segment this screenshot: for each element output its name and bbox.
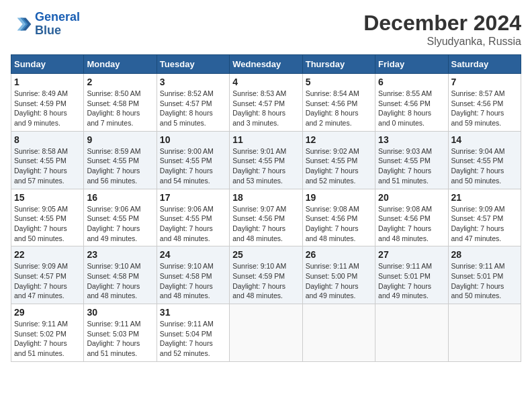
day-number: 16: [87, 192, 153, 203]
day-number: 6: [378, 77, 445, 87]
day-info: Sunrise: 9:09 AM Sunset: 4:57 PM Dayligh…: [451, 204, 518, 244]
calendar-day-cell: 19Sunrise: 9:08 AM Sunset: 4:56 PM Dayli…: [302, 189, 375, 246]
calendar-day-cell: 29Sunrise: 9:11 AM Sunset: 5:02 PM Dayli…: [11, 304, 84, 362]
logo-line2: Blue: [35, 24, 61, 37]
day-number: 12: [306, 134, 372, 145]
calendar-day-cell: 16Sunrise: 9:06 AM Sunset: 4:55 PM Dayli…: [84, 189, 157, 246]
logo-line1: General: [35, 10, 80, 24]
day-number: 25: [232, 249, 299, 260]
day-number: 29: [14, 307, 81, 318]
day-info: Sunrise: 9:09 AM Sunset: 4:57 PM Dayligh…: [14, 261, 81, 301]
day-number: 18: [232, 192, 299, 203]
calendar-day-cell: 18Sunrise: 9:07 AM Sunset: 4:56 PM Dayli…: [230, 189, 302, 246]
day-info: Sunrise: 9:10 AM Sunset: 4:58 PM Dayligh…: [87, 261, 153, 301]
calendar-day-cell: 25Sunrise: 9:10 AM Sunset: 4:59 PM Dayli…: [230, 246, 302, 304]
day-number: 21: [451, 192, 518, 203]
logo: General Blue: [11, 11, 80, 38]
day-number: 28: [451, 249, 518, 260]
calendar-week-row: 29Sunrise: 9:11 AM Sunset: 5:02 PM Dayli…: [11, 304, 521, 362]
weekday-header-cell: Friday: [375, 55, 448, 74]
calendar-day-cell: 14Sunrise: 9:04 AM Sunset: 4:55 PM Dayli…: [448, 131, 521, 189]
calendar-day-cell: 10Sunrise: 9:00 AM Sunset: 4:55 PM Dayli…: [157, 131, 229, 189]
day-info: Sunrise: 9:06 AM Sunset: 4:55 PM Dayligh…: [87, 204, 153, 244]
calendar-week-row: 22Sunrise: 9:09 AM Sunset: 4:57 PM Dayli…: [11, 246, 521, 304]
day-info: Sunrise: 8:57 AM Sunset: 4:56 PM Dayligh…: [451, 89, 518, 128]
calendar-day-cell: 24Sunrise: 9:10 AM Sunset: 4:58 PM Dayli…: [157, 246, 229, 304]
day-info: Sunrise: 9:08 AM Sunset: 4:56 PM Dayligh…: [306, 204, 372, 244]
day-number: 5: [306, 77, 372, 87]
calendar-table: SundayMondayTuesdayWednesdayThursdayFrid…: [11, 54, 521, 362]
day-info: Sunrise: 9:03 AM Sunset: 4:55 PM Dayligh…: [378, 146, 445, 186]
day-info: Sunrise: 9:11 AM Sunset: 5:02 PM Dayligh…: [14, 319, 81, 359]
calendar-day-cell: 15Sunrise: 9:05 AM Sunset: 4:55 PM Dayli…: [11, 189, 84, 246]
weekday-header-cell: Sunday: [11, 55, 84, 74]
day-info: Sunrise: 9:04 AM Sunset: 4:55 PM Dayligh…: [451, 146, 518, 186]
day-number: 4: [232, 77, 299, 87]
day-info: Sunrise: 9:07 AM Sunset: 4:56 PM Dayligh…: [232, 204, 299, 244]
location-subtitle: Slyudyanka, Russia: [363, 36, 521, 48]
day-number: 11: [232, 134, 299, 145]
day-info: Sunrise: 8:55 AM Sunset: 4:56 PM Dayligh…: [378, 89, 445, 128]
day-info: Sunrise: 9:10 AM Sunset: 4:58 PM Dayligh…: [160, 261, 226, 301]
day-info: Sunrise: 8:49 AM Sunset: 4:59 PM Dayligh…: [14, 89, 81, 128]
day-number: 23: [87, 249, 153, 260]
day-info: Sunrise: 9:11 AM Sunset: 5:01 PM Dayligh…: [451, 261, 518, 301]
day-info: Sunrise: 8:58 AM Sunset: 4:55 PM Dayligh…: [14, 146, 81, 186]
calendar-day-cell: 22Sunrise: 9:09 AM Sunset: 4:57 PM Dayli…: [11, 246, 84, 304]
calendar-day-cell: 5Sunrise: 8:54 AM Sunset: 4:56 PM Daylig…: [302, 74, 375, 132]
calendar-day-cell: 12Sunrise: 9:02 AM Sunset: 4:55 PM Dayli…: [302, 131, 375, 189]
calendar-day-cell: 23Sunrise: 9:10 AM Sunset: 4:58 PM Dayli…: [84, 246, 157, 304]
day-number: 31: [160, 307, 226, 318]
day-number: 15: [14, 192, 81, 203]
calendar-day-cell: [448, 304, 521, 362]
calendar-day-cell: 31Sunrise: 9:11 AM Sunset: 5:04 PM Dayli…: [157, 304, 229, 362]
day-number: 20: [378, 192, 445, 203]
weekday-header-cell: Tuesday: [157, 55, 229, 74]
calendar-day-cell: [302, 304, 375, 362]
day-info: Sunrise: 9:10 AM Sunset: 4:59 PM Dayligh…: [232, 261, 299, 301]
day-number: 27: [378, 249, 445, 260]
calendar-day-cell: 27Sunrise: 9:11 AM Sunset: 5:01 PM Dayli…: [375, 246, 448, 304]
page-header: General Blue December 2024 Slyudyanka, R…: [11, 11, 521, 48]
calendar-day-cell: 20Sunrise: 9:08 AM Sunset: 4:56 PM Dayli…: [375, 189, 448, 246]
day-info: Sunrise: 9:11 AM Sunset: 5:03 PM Dayligh…: [87, 319, 153, 359]
calendar-body: 1Sunrise: 8:49 AM Sunset: 4:59 PM Daylig…: [11, 74, 521, 362]
weekday-header-cell: Wednesday: [230, 55, 302, 74]
day-number: 22: [14, 249, 81, 260]
day-info: Sunrise: 9:11 AM Sunset: 5:01 PM Dayligh…: [378, 261, 445, 301]
day-info: Sunrise: 9:02 AM Sunset: 4:55 PM Dayligh…: [306, 146, 372, 186]
calendar-day-cell: 6Sunrise: 8:55 AM Sunset: 4:56 PM Daylig…: [375, 74, 448, 132]
logo-icon: [11, 13, 32, 35]
day-number: 3: [160, 77, 226, 87]
day-number: 24: [160, 249, 226, 260]
calendar-day-cell: 17Sunrise: 9:06 AM Sunset: 4:55 PM Dayli…: [157, 189, 229, 246]
day-info: Sunrise: 8:54 AM Sunset: 4:56 PM Dayligh…: [306, 89, 372, 128]
logo-text: General Blue: [35, 11, 80, 38]
calendar-day-cell: 21Sunrise: 9:09 AM Sunset: 4:57 PM Dayli…: [448, 189, 521, 246]
weekday-header-cell: Monday: [84, 55, 157, 74]
calendar-day-cell: [230, 304, 302, 362]
day-number: 1: [14, 77, 81, 87]
day-number: 14: [451, 134, 518, 145]
calendar-day-cell: 11Sunrise: 9:01 AM Sunset: 4:55 PM Dayli…: [230, 131, 302, 189]
day-number: 13: [378, 134, 445, 145]
weekday-header-row: SundayMondayTuesdayWednesdayThursdayFrid…: [11, 55, 521, 74]
day-info: Sunrise: 9:06 AM Sunset: 4:55 PM Dayligh…: [160, 204, 226, 244]
day-number: 9: [87, 134, 153, 145]
calendar-day-cell: 26Sunrise: 9:11 AM Sunset: 5:00 PM Dayli…: [302, 246, 375, 304]
calendar-day-cell: 7Sunrise: 8:57 AM Sunset: 4:56 PM Daylig…: [448, 74, 521, 132]
weekday-header-cell: Thursday: [302, 55, 375, 74]
day-info: Sunrise: 9:11 AM Sunset: 5:04 PM Dayligh…: [160, 319, 226, 359]
day-info: Sunrise: 8:50 AM Sunset: 4:58 PM Dayligh…: [87, 89, 153, 128]
day-info: Sunrise: 9:00 AM Sunset: 4:55 PM Dayligh…: [160, 146, 226, 186]
day-info: Sunrise: 9:11 AM Sunset: 5:00 PM Dayligh…: [306, 261, 372, 301]
calendar-day-cell: 2Sunrise: 8:50 AM Sunset: 4:58 PM Daylig…: [84, 74, 157, 132]
day-info: Sunrise: 8:59 AM Sunset: 4:55 PM Dayligh…: [87, 146, 153, 186]
day-info: Sunrise: 8:52 AM Sunset: 4:57 PM Dayligh…: [160, 89, 226, 128]
calendar-day-cell: 8Sunrise: 8:58 AM Sunset: 4:55 PM Daylig…: [11, 131, 84, 189]
day-info: Sunrise: 9:08 AM Sunset: 4:56 PM Dayligh…: [378, 204, 445, 244]
calendar-day-cell: 28Sunrise: 9:11 AM Sunset: 5:01 PM Dayli…: [448, 246, 521, 304]
month-title: December 2024: [363, 11, 521, 36]
calendar-day-cell: 1Sunrise: 8:49 AM Sunset: 4:59 PM Daylig…: [11, 74, 84, 132]
day-info: Sunrise: 8:53 AM Sunset: 4:57 PM Dayligh…: [232, 89, 299, 128]
